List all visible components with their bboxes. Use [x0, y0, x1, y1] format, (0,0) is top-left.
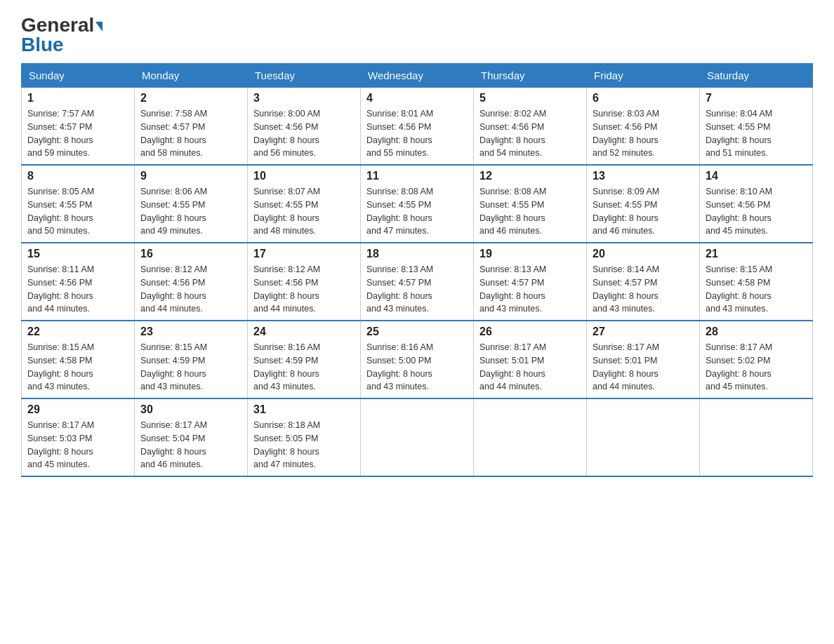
day-cell: 20 Sunrise: 8:14 AM Sunset: 4:57 PM Dayl… — [587, 243, 700, 321]
day-info: Sunrise: 8:13 AM Sunset: 4:57 PM Dayligh… — [366, 263, 468, 316]
day-number: 14 — [706, 170, 807, 182]
day-info: Sunrise: 7:58 AM Sunset: 4:57 PM Dayligh… — [140, 107, 241, 160]
week-row-5: 29 Sunrise: 8:17 AM Sunset: 5:03 PM Dayl… — [22, 398, 813, 476]
day-cell: 8 Sunrise: 8:05 AM Sunset: 4:55 PM Dayli… — [22, 165, 135, 243]
day-cell: 27 Sunrise: 8:17 AM Sunset: 5:01 PM Dayl… — [587, 321, 700, 398]
header-cell-tuesday: Tuesday — [248, 64, 361, 88]
day-number: 13 — [593, 170, 694, 182]
week-row-4: 22 Sunrise: 8:15 AM Sunset: 4:58 PM Dayl… — [22, 321, 813, 398]
day-info: Sunrise: 8:17 AM Sunset: 5:02 PM Dayligh… — [706, 341, 807, 394]
day-cell: 13 Sunrise: 8:09 AM Sunset: 4:55 PM Dayl… — [587, 165, 700, 243]
day-cell: 5 Sunrise: 8:02 AM Sunset: 4:56 PM Dayli… — [474, 88, 587, 166]
day-cell: 18 Sunrise: 8:13 AM Sunset: 4:57 PM Dayl… — [361, 243, 474, 321]
day-info: Sunrise: 8:18 AM Sunset: 5:05 PM Dayligh… — [253, 419, 355, 471]
day-number: 20 — [593, 248, 694, 260]
week-row-3: 15 Sunrise: 8:11 AM Sunset: 4:56 PM Dayl… — [22, 243, 813, 321]
calendar-table: SundayMondayTuesdayWednesdayThursdayFrid… — [21, 63, 813, 477]
day-number: 11 — [366, 170, 468, 182]
day-cell: 14 Sunrise: 8:10 AM Sunset: 4:56 PM Dayl… — [700, 165, 813, 243]
day-cell — [587, 398, 700, 476]
day-info: Sunrise: 8:07 AM Sunset: 4:55 PM Dayligh… — [253, 185, 355, 238]
day-info: Sunrise: 8:12 AM Sunset: 4:56 PM Dayligh… — [140, 263, 241, 316]
day-info: Sunrise: 8:12 AM Sunset: 4:56 PM Dayligh… — [253, 263, 355, 316]
day-number: 18 — [366, 248, 468, 260]
day-cell: 31 Sunrise: 8:18 AM Sunset: 5:05 PM Dayl… — [248, 398, 361, 476]
day-info: Sunrise: 8:15 AM Sunset: 4:58 PM Dayligh… — [706, 263, 807, 316]
day-number: 27 — [593, 326, 694, 338]
day-cell: 15 Sunrise: 8:11 AM Sunset: 4:56 PM Dayl… — [22, 243, 135, 321]
day-info: Sunrise: 8:01 AM Sunset: 4:56 PM Dayligh… — [366, 107, 468, 160]
day-cell — [361, 398, 474, 476]
day-info: Sunrise: 8:13 AM Sunset: 4:57 PM Dayligh… — [479, 263, 581, 316]
day-cell: 21 Sunrise: 8:15 AM Sunset: 4:58 PM Dayl… — [700, 243, 813, 321]
day-info: Sunrise: 8:11 AM Sunset: 4:56 PM Dayligh… — [27, 263, 128, 316]
day-number: 23 — [140, 326, 241, 338]
day-number: 10 — [253, 170, 355, 182]
day-info: Sunrise: 8:16 AM Sunset: 5:00 PM Dayligh… — [366, 341, 468, 394]
day-cell: 6 Sunrise: 8:03 AM Sunset: 4:56 PM Dayli… — [587, 88, 700, 166]
day-info: Sunrise: 8:00 AM Sunset: 4:56 PM Dayligh… — [253, 107, 355, 160]
day-number: 24 — [253, 326, 355, 338]
day-info: Sunrise: 8:15 AM Sunset: 4:58 PM Dayligh… — [27, 341, 128, 394]
header-cell-monday: Monday — [135, 64, 248, 88]
day-cell: 30 Sunrise: 8:17 AM Sunset: 5:04 PM Dayl… — [135, 398, 248, 476]
day-number: 30 — [140, 403, 241, 416]
day-cell: 17 Sunrise: 8:12 AM Sunset: 4:56 PM Dayl… — [248, 243, 361, 321]
day-number: 3 — [253, 92, 355, 105]
day-cell: 16 Sunrise: 8:12 AM Sunset: 4:56 PM Dayl… — [135, 243, 248, 321]
day-number: 1 — [27, 92, 128, 105]
day-number: 31 — [253, 403, 355, 416]
day-cell: 9 Sunrise: 8:06 AM Sunset: 4:55 PM Dayli… — [135, 165, 248, 243]
day-cell: 19 Sunrise: 8:13 AM Sunset: 4:57 PM Dayl… — [474, 243, 587, 321]
header-cell-saturday: Saturday — [700, 64, 813, 88]
day-cell: 11 Sunrise: 8:08 AM Sunset: 4:55 PM Dayl… — [361, 165, 474, 243]
week-row-2: 8 Sunrise: 8:05 AM Sunset: 4:55 PM Dayli… — [22, 165, 813, 243]
calendar-header: SundayMondayTuesdayWednesdayThursdayFrid… — [22, 64, 813, 88]
day-cell — [474, 398, 587, 476]
day-info: Sunrise: 8:06 AM Sunset: 4:55 PM Dayligh… — [140, 185, 241, 238]
day-number: 6 — [593, 92, 694, 105]
day-cell: 10 Sunrise: 8:07 AM Sunset: 4:55 PM Dayl… — [248, 165, 361, 243]
day-cell: 28 Sunrise: 8:17 AM Sunset: 5:02 PM Dayl… — [700, 321, 813, 398]
day-info: Sunrise: 7:57 AM Sunset: 4:57 PM Dayligh… — [27, 107, 128, 160]
day-number: 26 — [479, 326, 581, 338]
day-cell: 1 Sunrise: 7:57 AM Sunset: 4:57 PM Dayli… — [22, 88, 135, 166]
day-info: Sunrise: 8:10 AM Sunset: 4:56 PM Dayligh… — [706, 185, 807, 238]
day-info: Sunrise: 8:03 AM Sunset: 4:56 PM Dayligh… — [593, 107, 694, 160]
day-number: 17 — [253, 248, 355, 260]
day-number: 8 — [27, 170, 128, 182]
logo: General Blue — [21, 14, 102, 56]
day-number: 19 — [479, 248, 581, 260]
day-cell — [700, 398, 813, 476]
day-info: Sunrise: 8:17 AM Sunset: 5:01 PM Dayligh… — [479, 341, 581, 394]
day-number: 28 — [706, 326, 807, 338]
day-cell: 22 Sunrise: 8:15 AM Sunset: 4:58 PM Dayl… — [22, 321, 135, 398]
day-cell: 2 Sunrise: 7:58 AM Sunset: 4:57 PM Dayli… — [135, 88, 248, 166]
day-cell: 24 Sunrise: 8:16 AM Sunset: 4:59 PM Dayl… — [248, 321, 361, 398]
day-number: 7 — [706, 92, 807, 105]
day-number: 21 — [706, 248, 807, 260]
header-cell-sunday: Sunday — [22, 64, 135, 88]
day-cell: 3 Sunrise: 8:00 AM Sunset: 4:56 PM Dayli… — [248, 88, 361, 166]
day-info: Sunrise: 8:17 AM Sunset: 5:03 PM Dayligh… — [27, 419, 128, 471]
day-info: Sunrise: 8:16 AM Sunset: 4:59 PM Dayligh… — [253, 341, 355, 394]
day-number: 9 — [140, 170, 241, 182]
day-cell: 25 Sunrise: 8:16 AM Sunset: 5:00 PM Dayl… — [361, 321, 474, 398]
day-number: 5 — [479, 92, 581, 105]
day-cell: 12 Sunrise: 8:08 AM Sunset: 4:55 PM Dayl… — [474, 165, 587, 243]
day-number: 16 — [140, 248, 241, 260]
day-number: 12 — [479, 170, 581, 182]
header-cell-wednesday: Wednesday — [361, 64, 474, 88]
day-number: 15 — [27, 248, 128, 260]
day-number: 29 — [27, 403, 128, 416]
day-info: Sunrise: 8:14 AM Sunset: 4:57 PM Dayligh… — [593, 263, 694, 316]
header-cell-friday: Friday — [587, 64, 700, 88]
day-cell: 4 Sunrise: 8:01 AM Sunset: 4:56 PM Dayli… — [361, 88, 474, 166]
day-info: Sunrise: 8:15 AM Sunset: 4:59 PM Dayligh… — [140, 341, 241, 394]
day-cell: 29 Sunrise: 8:17 AM Sunset: 5:03 PM Dayl… — [22, 398, 135, 476]
day-info: Sunrise: 8:02 AM Sunset: 4:56 PM Dayligh… — [479, 107, 581, 160]
day-cell: 26 Sunrise: 8:17 AM Sunset: 5:01 PM Dayl… — [474, 321, 587, 398]
day-number: 22 — [27, 326, 128, 338]
day-info: Sunrise: 8:17 AM Sunset: 5:01 PM Dayligh… — [593, 341, 694, 394]
day-info: Sunrise: 8:08 AM Sunset: 4:55 PM Dayligh… — [479, 185, 581, 238]
